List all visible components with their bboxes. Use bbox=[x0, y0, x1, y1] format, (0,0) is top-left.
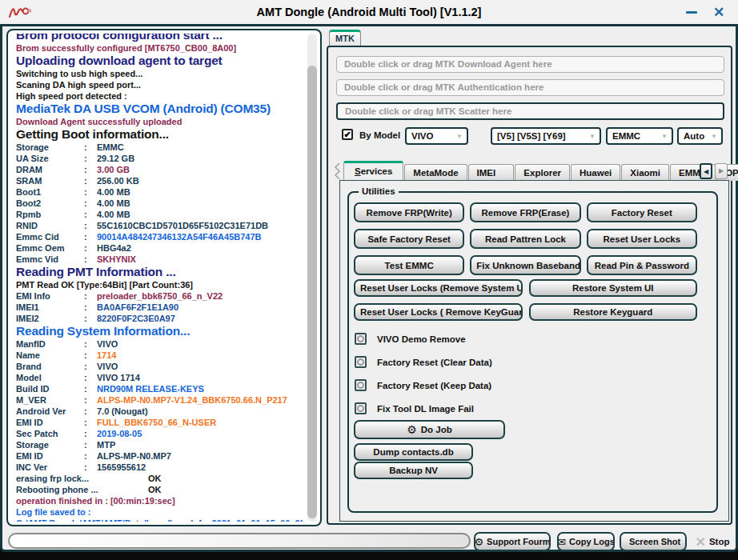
log-scrollbar[interactable] bbox=[307, 34, 317, 522]
option-vivo-demo-remove[interactable]: VIVO Demo Remove bbox=[355, 327, 492, 350]
tab-imei-repair[interactable]: IMEI Repair bbox=[468, 164, 515, 181]
option-label: Factory Reset (Clear Data) bbox=[377, 358, 492, 367]
log-line: operation finished in : [00:min:19:sec] bbox=[16, 495, 303, 506]
support-forum-button[interactable]: ⚙Support Fourm bbox=[474, 532, 551, 551]
remove-frp-erase-button[interactable]: Remove FRP(Erase) bbox=[470, 202, 580, 222]
tab-strip-notch bbox=[334, 163, 341, 179]
stop-button[interactable]: ✕Stop bbox=[690, 532, 735, 551]
checkbox-icon[interactable] bbox=[355, 379, 367, 391]
minimize-icon bbox=[686, 11, 697, 14]
close-button[interactable]: ✕ bbox=[709, 3, 728, 21]
log-line: Brom successfully configured [MT6750_CB0… bbox=[16, 42, 303, 54]
gear-icon: ⚙ bbox=[407, 423, 417, 436]
log-panel: Brom protocol configuration start ...Bro… bbox=[6, 29, 322, 526]
reset-user-locks-remove-keyguard-button[interactable]: Reset User Locks ( Remove KeyGuard) bbox=[354, 303, 523, 321]
reset-user-locks-remove-system-ui-button[interactable]: Reset User Locks (Remove System UI) bbox=[354, 279, 523, 297]
log-line: Rebooting phone ...OK bbox=[16, 484, 303, 495]
tab-scroll-left-icon[interactable]: ◀ bbox=[700, 163, 712, 179]
log-line: UA Size:29.12 GB bbox=[16, 153, 303, 164]
utilities-legend: Utilities bbox=[359, 186, 399, 196]
chevron-down-icon: ▼ bbox=[455, 133, 467, 140]
auth-file-field[interactable]: Double click or drag MTK Authentication … bbox=[336, 79, 724, 96]
safe-factory-reset-button[interactable]: Safe Factory Reset bbox=[354, 229, 464, 249]
log-line: Name:1714 bbox=[16, 350, 303, 361]
da-file-field[interactable]: Double click or drag MTK Download Agent … bbox=[336, 56, 724, 73]
log-line: Storage:MTP bbox=[16, 439, 303, 450]
model-select[interactable]: [V5] [V5S] [Y69] ▼ bbox=[491, 127, 601, 145]
factory-reset-button[interactable]: Factory Reset bbox=[587, 202, 697, 222]
log-line: SRAM:256.00 KB bbox=[16, 175, 303, 186]
checkbox-icon[interactable] bbox=[355, 402, 367, 414]
dump-contacts-button[interactable]: Dump contacts.db bbox=[354, 443, 473, 461]
tab-explorer[interactable]: Explorer bbox=[515, 164, 570, 181]
log-line: Reading PMT Information ... bbox=[16, 265, 303, 279]
progress-bar bbox=[8, 533, 471, 549]
log-line: Boot2:4.00 MB bbox=[16, 198, 303, 209]
tab-metamode[interactable]: MetaMode bbox=[404, 164, 467, 181]
envelope-icon: ✉ bbox=[557, 536, 566, 548]
read-pattren-lock-button[interactable]: Read Pattren Lock bbox=[470, 229, 580, 249]
chevron-down-icon: ▼ bbox=[709, 133, 721, 140]
tab-scroll-right-icon[interactable]: ▶ bbox=[715, 163, 728, 179]
restore-system-ui-button[interactable]: Restore System UI bbox=[529, 279, 698, 297]
test-emmc-button[interactable]: Test EMMC bbox=[354, 255, 464, 275]
tab-xiaomi[interactable]: Xiaomi bbox=[621, 164, 669, 181]
tab-services[interactable]: Services bbox=[343, 161, 403, 181]
utility-wide-grid: Reset User Locks (Remove System UI)Resto… bbox=[354, 279, 697, 321]
option-label: Factory Reset (Keep Data) bbox=[377, 381, 491, 390]
log-line: EMI ID:ALPS-MP-N0.MP7 bbox=[16, 450, 303, 462]
log-line: Uploading download agent to target bbox=[16, 54, 303, 68]
tab-strip: ServicesMetaModeIMEI RepairExplorerHuawe… bbox=[343, 161, 738, 181]
log-line: ManfID:VIVO bbox=[16, 338, 303, 350]
reset-user-locks-button[interactable]: Reset User Locks bbox=[587, 229, 697, 249]
log-line: M_VER:ALPS-MP-N0.MP7-V1.24_BBK6750.66.N_… bbox=[16, 394, 303, 406]
utility-grid: Remove FRP(Write)Remove FRP(Erase)Factor… bbox=[354, 202, 697, 275]
log-line: Brom protocol configuration start ... bbox=[16, 34, 303, 42]
log-line: Scaning DA high speed port... bbox=[16, 79, 303, 90]
log-line: Emmc Oem:HBG4a2 bbox=[16, 242, 303, 254]
option-label: VIVO Demo Remove bbox=[377, 334, 466, 344]
remove-frp-write-button[interactable]: Remove FRP(Write) bbox=[354, 202, 464, 222]
log-line: Brand:VIVO bbox=[16, 361, 303, 372]
scatter-file-field[interactable]: Double click or drag MTK Scatter here bbox=[336, 102, 724, 120]
by-model-checkbox[interactable]: ✔ bbox=[342, 129, 353, 140]
option-factory-reset-clear-data[interactable]: Factory Reset (Clear Data) bbox=[355, 350, 492, 374]
mode-select[interactable]: Auto ▼ bbox=[677, 127, 723, 145]
tab-mtk[interactable]: MTK bbox=[329, 30, 361, 46]
brand-select[interactable]: VIVO ▼ bbox=[405, 127, 468, 145]
scrollbar-thumb[interactable] bbox=[307, 66, 317, 518]
radio-circle-icon bbox=[357, 358, 364, 366]
log-line: Build ID:NRD90M RELEASE-KEYS bbox=[16, 383, 303, 394]
minimize-button[interactable] bbox=[682, 3, 701, 21]
log-line: Boot1:4.00 MB bbox=[16, 186, 303, 198]
screenshot-button[interactable]: Screen Shot bbox=[620, 532, 687, 551]
copy-logs-button[interactable]: ✉Copy Logs bbox=[557, 532, 615, 551]
window-bottom-edge bbox=[0, 552, 738, 560]
options-list: VIVO Demo RemoveFactory Reset (Clear Dat… bbox=[355, 327, 492, 420]
log-line: IMEI1:BA0AF6F2F1E1A90 bbox=[16, 302, 303, 313]
log-line: Android Ver:7.0 (Nougat) bbox=[16, 406, 303, 417]
by-model-label: By Model bbox=[359, 130, 400, 140]
storage-select[interactable]: EMMC ▼ bbox=[606, 127, 673, 145]
checkbox-icon[interactable] bbox=[355, 356, 367, 368]
log-line: C:/AMT-Dongle/AMT/AMT/Data/Logs/Log_Info… bbox=[16, 518, 303, 522]
radio-circle-icon bbox=[357, 382, 364, 389]
log-line: Emmc Cid:90014A484247346132A54F46A45B747… bbox=[16, 231, 303, 242]
log-line: Reading System Information... bbox=[16, 324, 303, 338]
log-line: RNID:55C1610CBC1D5701D65F5102C31E71DB bbox=[16, 220, 303, 231]
log-line: Model:VIVO 1714 bbox=[16, 372, 303, 383]
checkbox-icon[interactable] bbox=[355, 333, 367, 345]
option-fix-tool-dl-image-fail[interactable]: Fix Tool DL Image Fail bbox=[355, 397, 492, 420]
tab-huawei[interactable]: Huawei bbox=[571, 164, 620, 181]
titlebar: AMT Dongle (Android Multi Tool) [V1.1.2]… bbox=[0, 0, 738, 24]
do-job-button[interactable]: ⚙Do Job bbox=[354, 420, 505, 439]
option-factory-reset-keep-data[interactable]: Factory Reset (Keep Data) bbox=[355, 374, 492, 397]
chevron-down-icon: ▼ bbox=[660, 133, 672, 140]
restore-keyguard-button[interactable]: Restore Keyguard bbox=[529, 303, 698, 321]
backup-nv-button[interactable]: Backup NV bbox=[354, 462, 473, 479]
log-line: EMI Info:preloader_bbk6750_66_n_V22 bbox=[16, 290, 303, 302]
read-pin-password-button[interactable]: Read Pin & Password bbox=[587, 255, 697, 275]
window-title: AMT Dongle (Android Multi Tool) [V1.1.2] bbox=[0, 0, 738, 24]
fix-unknown-baseband-button[interactable]: Fix Unknown Baseband bbox=[470, 255, 580, 275]
log-line: Log file saved to : bbox=[16, 506, 303, 518]
